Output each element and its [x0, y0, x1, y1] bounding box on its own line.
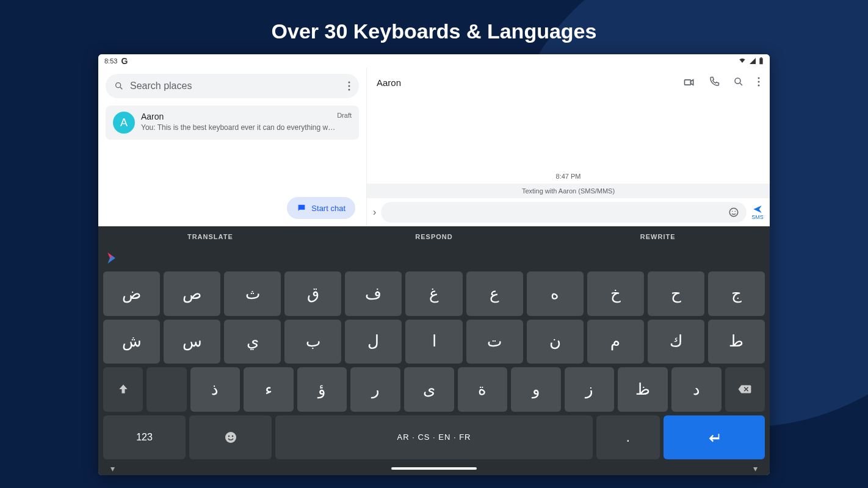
shift-key[interactable]	[103, 367, 143, 412]
texting-banner: Texting with Aaron (SMS/MMS)	[367, 184, 770, 198]
svg-point-12	[758, 85, 760, 87]
key[interactable]: ك	[648, 320, 704, 364]
message-input[interactable]	[381, 202, 747, 223]
start-chat-button[interactable]: Start chat	[287, 197, 355, 219]
tab-translate[interactable]: TRANSLATE	[98, 226, 322, 247]
key[interactable]: د	[671, 367, 722, 412]
key[interactable]: ى	[404, 367, 454, 412]
conversation-name: Aaron	[141, 112, 164, 121]
keyboard-switch-icon[interactable]: ▾	[753, 464, 758, 473]
blank-key[interactable]	[146, 367, 186, 412]
svg-point-16	[225, 432, 236, 443]
key[interactable]: و	[511, 367, 561, 412]
key[interactable]: ز	[565, 367, 615, 412]
svg-point-4	[349, 82, 350, 84]
key[interactable]: ع	[466, 271, 523, 316]
key[interactable]: ظ	[618, 367, 668, 412]
key[interactable]: ن	[527, 320, 584, 364]
key-row-2: ش س ي ب ل ا ت ن م ك ط	[103, 320, 765, 364]
tab-respond[interactable]: RESPOND	[322, 226, 546, 247]
wifi-icon	[738, 57, 747, 65]
key[interactable]: ت	[466, 320, 523, 364]
key[interactable]: ث	[224, 271, 281, 316]
face-icon[interactable]	[728, 207, 739, 218]
more-icon[interactable]	[348, 81, 350, 91]
svg-rect-1	[761, 57, 762, 58]
backspace-icon	[737, 384, 752, 395]
chevron-down-icon[interactable]: ▾	[110, 464, 115, 473]
key[interactable]: خ	[587, 271, 644, 316]
key[interactable]: ذ	[190, 367, 241, 412]
signal-icon	[749, 57, 756, 65]
send-sms-label: SMS	[751, 214, 764, 220]
phone-icon[interactable]	[709, 76, 720, 87]
avatar: A	[113, 112, 135, 134]
key[interactable]: ح	[648, 271, 704, 316]
key-row-4: 123 AR · CS · EN · FR .	[103, 415, 765, 460]
more-icon[interactable]	[758, 76, 760, 87]
key[interactable]: غ	[405, 271, 462, 316]
status-bar: 8:53 G	[98, 54, 770, 68]
key[interactable]: ص	[164, 271, 220, 316]
expand-icon[interactable]: ›	[373, 207, 376, 218]
search-icon[interactable]	[733, 76, 744, 87]
svg-point-15	[735, 211, 736, 212]
tab-rewrite[interactable]: REWRITE	[546, 226, 770, 247]
key[interactable]: ش	[103, 320, 160, 364]
key[interactable]: ؤ	[297, 367, 347, 412]
key[interactable]: ي	[224, 320, 281, 364]
enter-icon	[707, 431, 722, 443]
svg-point-17	[228, 435, 230, 437]
svg-line-3	[120, 87, 122, 89]
key-row-1: ض ص ث ق ف غ ع ه خ ح ج	[103, 271, 765, 316]
svg-line-9	[740, 83, 742, 85]
keyboard: TRANSLATE RESPOND REWRITE ض ص ث ق ف غ ع …	[98, 226, 770, 475]
nav-bar: ▾ ▾	[98, 462, 770, 475]
key[interactable]: ج	[708, 271, 765, 316]
status-time: 8:53	[104, 57, 117, 65]
numsym-key[interactable]: 123	[103, 415, 186, 460]
key[interactable]: ة	[458, 367, 508, 412]
svg-point-10	[758, 77, 760, 79]
key[interactable]: ا	[405, 320, 462, 364]
search-input[interactable]: Search places	[106, 74, 359, 98]
key[interactable]: ق	[284, 271, 341, 316]
messaging-app: Search places A Aaron Draft You: This is…	[98, 68, 770, 226]
backspace-key[interactable]	[725, 367, 765, 412]
search-placeholder: Search places	[130, 81, 192, 92]
shift-icon	[117, 383, 129, 395]
key[interactable]: ب	[284, 320, 341, 364]
key[interactable]: ف	[345, 271, 402, 316]
start-chat-label: Start chat	[311, 204, 345, 213]
svg-rect-7	[685, 80, 691, 85]
emoji-key[interactable]	[189, 415, 272, 460]
enter-key[interactable]	[664, 415, 765, 460]
key[interactable]: م	[587, 320, 644, 364]
conversation-preview: You: This is the best keyboard ever it c…	[141, 123, 352, 132]
conversation-pane: Aaron 8:47 PM Texting with Aaron (SMS/MM…	[367, 68, 770, 226]
emoji-icon	[223, 430, 238, 445]
conversation-item[interactable]: A Aaron Draft You: This is the best keyb…	[106, 106, 359, 140]
key[interactable]: ء	[244, 367, 294, 412]
message-timestamp: 8:47 PM	[367, 173, 770, 180]
period-key[interactable]: .	[596, 415, 660, 460]
space-key[interactable]: AR · CS · EN · FR	[275, 415, 593, 460]
conversation-tag: Draft	[337, 112, 352, 121]
key[interactable]: س	[164, 320, 220, 364]
video-call-icon[interactable]	[683, 76, 695, 88]
key[interactable]: ر	[350, 367, 400, 412]
key[interactable]: ط	[708, 320, 765, 364]
key-row-3: ذ ء ؤ ر ى ة و ز ظ د	[103, 367, 765, 412]
chat-icon	[297, 203, 306, 213]
key[interactable]: ه	[527, 271, 584, 316]
key[interactable]: ل	[345, 320, 402, 364]
keyboard-logo-icon[interactable]	[104, 253, 115, 264]
key[interactable]: ض	[103, 271, 160, 316]
search-icon	[114, 81, 124, 91]
device-frame: 8:53 G Search places A Aaron Draft	[98, 54, 770, 475]
svg-point-11	[758, 81, 760, 83]
svg-rect-0	[759, 58, 762, 64]
send-button[interactable]: SMS	[751, 204, 764, 220]
google-g-icon: G	[121, 56, 128, 66]
nav-home-pill[interactable]	[391, 467, 477, 470]
